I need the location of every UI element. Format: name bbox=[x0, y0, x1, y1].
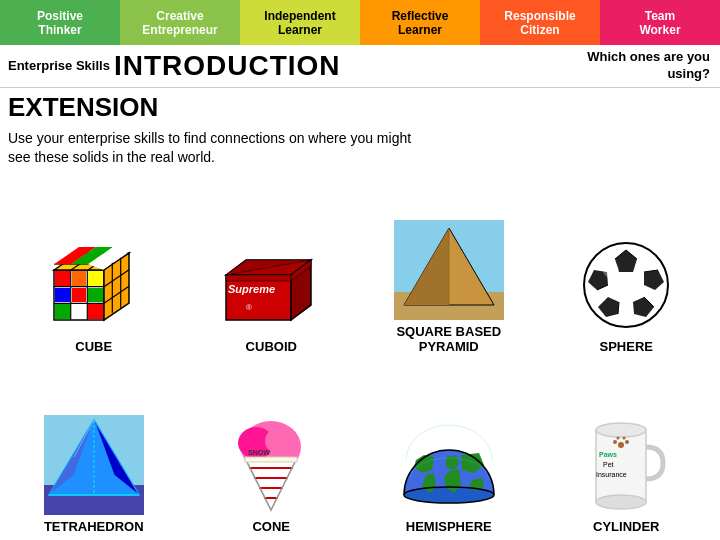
hemisphere-visual bbox=[394, 415, 504, 515]
tab-label: ResponsibleCitizen bbox=[504, 9, 575, 37]
shape-cylinder: Paws Pet Insurance CYLINDER bbox=[541, 360, 713, 534]
tab-team-worker[interactable]: TeamWorker bbox=[600, 0, 720, 45]
pyramid-label: SQUARE BASEDPYRAMID bbox=[396, 324, 501, 354]
svg-rect-10 bbox=[88, 288, 103, 302]
shape-pyramid: SQUARE BASEDPYRAMID bbox=[363, 180, 535, 354]
header-row: Enterprise Skills INTRODUCTION Which one… bbox=[0, 45, 720, 88]
svg-text:Insurance: Insurance bbox=[596, 471, 627, 478]
nav-tabs: PositiveThinker CreativeEntrepreneur Ind… bbox=[0, 0, 720, 45]
svg-rect-6 bbox=[72, 271, 86, 286]
cylinder-visual: Paws Pet Insurance bbox=[581, 405, 671, 515]
cone-label: CONE bbox=[252, 519, 290, 534]
svg-point-81 bbox=[625, 440, 629, 444]
tab-label: CreativeEntrepreneur bbox=[142, 9, 217, 37]
svg-rect-31 bbox=[226, 275, 291, 281]
svg-point-61 bbox=[265, 427, 297, 455]
cone-visual: SNOW CONE bbox=[226, 405, 316, 515]
svg-rect-7 bbox=[88, 271, 103, 286]
svg-point-79 bbox=[618, 442, 624, 448]
svg-rect-8 bbox=[55, 288, 70, 302]
shapes-grid: CUBE Supreme ® bbox=[0, 174, 720, 540]
svg-point-80 bbox=[613, 440, 617, 444]
svg-point-75 bbox=[596, 495, 646, 509]
tab-label: PositiveThinker bbox=[37, 9, 83, 37]
tab-label: TeamWorker bbox=[639, 9, 680, 37]
tab-label: IndependentLearner bbox=[264, 9, 335, 37]
cuboid-label: CUBOID bbox=[246, 339, 297, 354]
shape-hemisphere: HEMISPHERE bbox=[363, 360, 535, 534]
tab-independent-learner[interactable]: IndependentLearner bbox=[240, 0, 360, 45]
svg-point-74 bbox=[596, 423, 646, 437]
svg-point-83 bbox=[623, 437, 626, 440]
tab-positive-thinker[interactable]: PositiveThinker bbox=[0, 0, 120, 45]
shape-sphere: SPHERE bbox=[541, 180, 713, 354]
cylinder-label: CYLINDER bbox=[593, 519, 659, 534]
tab-responsible-citizen[interactable]: ResponsibleCitizen bbox=[480, 0, 600, 45]
extension-heading: EXTENSION bbox=[0, 88, 720, 127]
main-content: Enterprise Skills INTRODUCTION Which one… bbox=[0, 45, 720, 540]
svg-rect-11 bbox=[55, 304, 70, 319]
tetrahedron-label: TETRAHEDRON bbox=[44, 519, 144, 534]
cube-visual bbox=[44, 235, 144, 335]
shape-tetrahedron: TETRAHEDRON bbox=[8, 360, 180, 534]
tab-label: ReflectiveLearner bbox=[392, 9, 449, 37]
svg-text:Paws: Paws bbox=[599, 451, 617, 458]
svg-text:®: ® bbox=[246, 303, 252, 312]
tab-creative-entrepreneur[interactable]: CreativeEntrepreneur bbox=[120, 0, 240, 45]
svg-rect-13 bbox=[88, 304, 103, 319]
sphere-visual bbox=[576, 235, 676, 335]
which-ones-text: Which ones are youusing? bbox=[587, 49, 720, 83]
svg-text:Pet: Pet bbox=[603, 461, 614, 468]
svg-text:Supreme: Supreme bbox=[228, 283, 275, 295]
enterprise-label: Enterprise Skills bbox=[0, 58, 110, 73]
svg-rect-12 bbox=[72, 304, 86, 319]
svg-point-82 bbox=[617, 437, 620, 440]
svg-point-50 bbox=[603, 262, 619, 278]
svg-rect-5 bbox=[55, 271, 70, 286]
tetrahedron-visual bbox=[44, 415, 144, 515]
intro-title: INTRODUCTION bbox=[110, 50, 587, 82]
shape-cone: SNOW CONE CONE bbox=[186, 360, 358, 534]
svg-rect-26 bbox=[226, 275, 291, 320]
svg-text:SNOW: SNOW bbox=[248, 449, 270, 456]
svg-rect-9 bbox=[72, 288, 86, 302]
shape-cube: CUBE bbox=[8, 180, 180, 354]
body-text: Use your enterprise skills to find conne… bbox=[0, 127, 720, 174]
tab-reflective-learner[interactable]: ReflectiveLearner bbox=[360, 0, 480, 45]
shape-cuboid: Supreme ® CUBOID bbox=[186, 180, 358, 354]
sphere-label: SPHERE bbox=[600, 339, 653, 354]
cuboid-visual: Supreme ® bbox=[221, 235, 321, 335]
pyramid-visual bbox=[394, 220, 504, 320]
hemisphere-label: HEMISPHERE bbox=[406, 519, 492, 534]
svg-rect-70 bbox=[245, 457, 297, 462]
cube-label: CUBE bbox=[75, 339, 112, 354]
